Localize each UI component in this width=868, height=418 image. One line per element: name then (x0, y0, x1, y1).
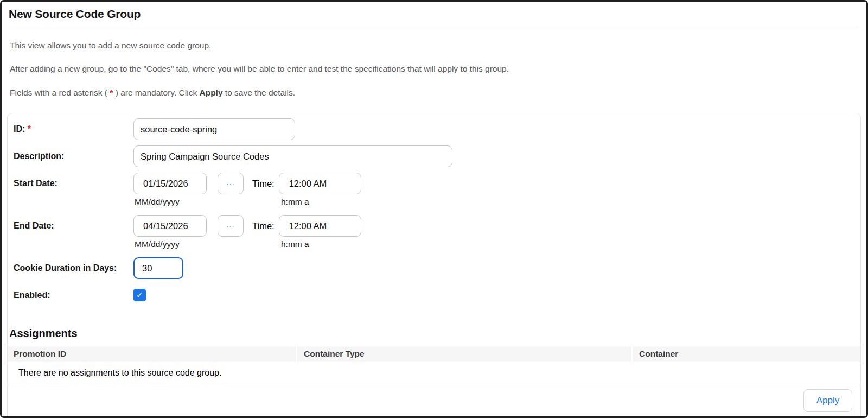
intro-line-2: After adding a new group, go to the "Cod… (10, 64, 858, 74)
description-row: Description: (14, 145, 860, 167)
column-header-promotion-id: Promotion ID (8, 346, 297, 362)
description-label: Description: (14, 145, 133, 167)
assignments-table: Promotion ID Container Type Container Th… (8, 346, 860, 385)
id-input[interactable] (133, 118, 295, 140)
end-date-format-hint: MM/dd/yyyy (135, 239, 180, 249)
start-time-format-hint: h:mm a (281, 197, 309, 207)
end-time-label: Time: (252, 221, 275, 231)
form-panel: ID: * Description: Start Date: ... Time: (7, 113, 861, 416)
start-date-label: Start Date: (14, 173, 133, 194)
end-date-label: End Date: (14, 215, 133, 237)
description-input[interactable] (133, 145, 452, 167)
end-date-fields: ... Time: MM/dd/yyyy h:mm a (133, 215, 361, 248)
intro-line-3-suffix: to save the details. (223, 88, 296, 97)
cookie-duration-input[interactable] (133, 257, 183, 279)
intro-apply-word: Apply (199, 88, 222, 97)
end-time-input[interactable] (279, 215, 361, 237)
end-date-picker-button[interactable]: ... (218, 215, 244, 237)
checkmark-icon: ✓ (136, 290, 143, 300)
source-code-group-form: ID: * Description: Start Date: ... Time: (8, 113, 860, 312)
end-date-row: End Date: ... Time: MM/dd/yyyy h:mm a (14, 215, 860, 248)
id-required-asterisk-icon: * (28, 124, 31, 134)
assignments-title: Assignments (9, 327, 860, 340)
enabled-label: Enabled: (14, 284, 133, 306)
page-header: New Source Code Group (2, 2, 866, 27)
page-title: New Source Code Group (9, 8, 859, 21)
start-date-fields: ... Time: MM/dd/yyyy h:mm a (133, 173, 361, 206)
intro-text: This view allows you to add a new source… (2, 27, 866, 98)
start-date-row: Start Date: ... Time: MM/dd/yyyy h:mm a (14, 173, 860, 206)
id-row: ID: * (14, 118, 860, 140)
apply-button[interactable]: Apply (803, 389, 852, 412)
start-date-format-hint: MM/dd/yyyy (135, 197, 180, 207)
start-time-label: Time: (252, 179, 275, 189)
assignments-table-header: Promotion ID Container Type Container (8, 346, 860, 362)
intro-line-1: This view allows you to add a new source… (10, 40, 858, 50)
enabled-row: Enabled: ✓ (14, 284, 860, 306)
start-date-picker-button[interactable]: ... (218, 173, 244, 194)
intro-line-3: Fields with a red asterisk ( * ) are man… (10, 87, 858, 98)
id-label: ID: * (14, 118, 133, 140)
footer-bar: Apply (8, 385, 860, 416)
intro-line-3-prefix: Fields with a red asterisk ( (10, 88, 110, 97)
window-frame: New Source Code Group This view allows y… (0, 0, 868, 418)
intro-line-3-middle: ) are mandatory. Click (113, 88, 199, 97)
column-header-container-type: Container Type (297, 346, 633, 362)
enabled-checkbox[interactable]: ✓ (133, 289, 146, 301)
end-time-format-hint: h:mm a (281, 239, 309, 249)
start-time-input[interactable] (279, 173, 361, 194)
column-header-container: Container (633, 346, 860, 362)
end-date-input[interactable] (133, 215, 207, 237)
cookie-duration-label: Cookie Duration in Days: (14, 257, 133, 279)
cookie-duration-row: Cookie Duration in Days: (14, 257, 860, 279)
assignments-empty-message: There are no assignments to this source … (8, 362, 860, 385)
start-date-input[interactable] (133, 173, 207, 194)
